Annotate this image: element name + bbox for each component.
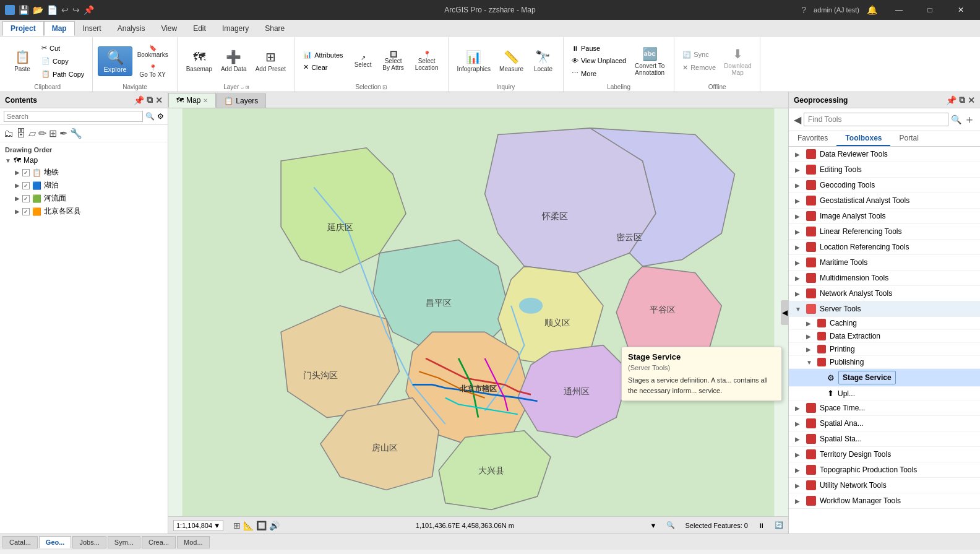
bottom-tab-geo[interactable]: Geo... <box>39 536 72 548</box>
checkbox-river[interactable]: ✓ <box>22 195 30 202</box>
toolbox-space-time[interactable]: ▶ Space Time... <box>789 400 980 416</box>
pause-button[interactable]: ⏸ Pause <box>569 43 629 54</box>
convert-to-annotation-button[interactable]: 🔤 Convert To Annotation <box>630 44 669 79</box>
close-panel-icon[interactable]: ✕ <box>155 95 163 105</box>
view-unplaced-button[interactable]: 👁 View Unplaced <box>569 55 629 66</box>
map-collapse-right[interactable]: ◀ <box>781 300 788 325</box>
basemap-button[interactable]: 🗺 Basemap <box>183 48 216 75</box>
ribbon-tab-edit[interactable]: Edit <box>185 21 214 36</box>
toolbox-utility-network[interactable]: ▶ Utility Network Tools <box>789 478 980 493</box>
maximize-button[interactable]: □ <box>916 0 944 20</box>
tree-item-river[interactable]: ▶ ✓ 🟩 河流面 <box>5 192 163 205</box>
checkbox-lake[interactable]: ✓ <box>22 182 30 189</box>
geo-tab-toolboxes[interactable]: Toolboxes <box>836 131 890 146</box>
layer-type-icon-1[interactable]: 🗂 <box>4 128 14 139</box>
select-by-location-button[interactable]: 📍 Select Location <box>411 48 443 74</box>
status-icon-1[interactable]: ⊞ <box>233 521 241 530</box>
status-icon-2[interactable]: 📐 <box>243 521 254 530</box>
toolbox-network-analyst[interactable]: ▶ Network Analyst Tools <box>789 286 980 301</box>
toolbox-territory-design[interactable]: ▶ Territory Design Tools <box>789 447 980 462</box>
undo-icon[interactable]: ↩ <box>61 5 69 15</box>
download-map-button[interactable]: ⬇ Download Map <box>720 44 755 79</box>
geo-tab-portal[interactable]: Portal <box>890 131 927 146</box>
toolbox-topographic-prod[interactable]: ▶ Topographic Production Tools <box>789 462 980 478</box>
bottom-tab-jobs[interactable]: Jobs... <box>72 536 106 548</box>
add-preset-button[interactable]: ⊞ Add Preset <box>252 47 290 75</box>
toolbox-linear-ref[interactable]: ▶ Linear Referencing Tools <box>789 224 980 240</box>
toolbox-spatial-ana[interactable]: ▶ Spatial Ana... <box>789 416 980 431</box>
tree-item-districts[interactable]: ▶ ✓ 🟧 北京各区县 <box>5 205 163 218</box>
help-button[interactable]: ? <box>801 5 806 15</box>
geo-tab-favorites[interactable]: Favorites <box>789 131 836 146</box>
cut-button[interactable]: ✂ Cut <box>38 42 87 54</box>
layer-type-icon-3[interactable]: ▱ <box>28 128 36 139</box>
close-button[interactable]: ✕ <box>947 0 975 20</box>
redo-icon[interactable]: ↪ <box>72 5 80 15</box>
toolbox-editing[interactable]: ▶ Editing Tools <box>789 162 980 178</box>
layer-type-icon-4[interactable]: ✏ <box>38 128 46 139</box>
find-tools-input[interactable] <box>804 113 948 126</box>
toolbox-image-analyst[interactable]: ▶ Image Analyst Tools <box>789 209 980 224</box>
status-icon-4[interactable]: 🔊 <box>269 521 280 530</box>
layer-type-icon-2[interactable]: 🗄 <box>16 128 26 139</box>
geopanel-unpin-icon[interactable]: 📌 <box>946 95 956 105</box>
path-copy-button[interactable]: 📋 Path Copy <box>38 68 87 80</box>
coordinates-dropdown[interactable]: ▼ <box>650 522 657 529</box>
ribbon-tab-view[interactable]: View <box>153 21 185 36</box>
toolbox-data-reviewer[interactable]: ▶ Data Reviewer Tools <box>789 147 980 162</box>
geopanel-float-icon[interactable]: ⧉ <box>959 95 965 105</box>
toolbox-spatial-sta[interactable]: ▶ Spatial Sta... <box>789 431 980 447</box>
save-icon[interactable]: 💾 <box>19 5 29 15</box>
copy-button[interactable]: 📄 Copy <box>38 55 87 67</box>
search-icon[interactable]: 🔍 <box>145 112 155 121</box>
remove-button[interactable]: ✕ Remove <box>679 62 719 74</box>
open-icon[interactable]: 📂 <box>33 5 43 15</box>
attributes-button[interactable]: 📊 Attributes <box>300 49 346 61</box>
toolbox-data-extraction[interactable]: ▶ Data Extraction <box>789 330 980 343</box>
select-by-attrs-button[interactable]: 🔲 Select By Attrs <box>377 48 410 74</box>
ribbon-tab-project[interactable]: Project <box>2 21 44 36</box>
toolbox-server-tools[interactable]: ▼ Server Tools <box>789 301 980 317</box>
ribbon-tab-imagery[interactable]: Imagery <box>214 21 257 36</box>
clear-button[interactable]: ✕ Clear <box>300 61 346 73</box>
tree-item-metro[interactable]: ▶ ✓ 📋 地铁 <box>5 166 163 179</box>
float-icon[interactable]: ⧉ <box>147 95 153 105</box>
scale-selector[interactable]: 1:1,104,804 ▼ <box>173 520 223 531</box>
new-icon[interactable]: 📄 <box>47 5 58 15</box>
ribbon-tab-map[interactable]: Map <box>44 21 75 36</box>
bottom-tab-create[interactable]: Crea... <box>142 536 176 548</box>
geopanel-close-icon[interactable]: ✕ <box>968 95 975 105</box>
checkbox-districts[interactable]: ✓ <box>22 208 30 215</box>
bottom-tab-catalog[interactable]: Catal... <box>2 536 38 548</box>
ribbon-tab-insert[interactable]: Insert <box>75 21 110 36</box>
filter-icon[interactable]: ⚙ <box>157 112 164 121</box>
tree-item-map[interactable]: ▼ 🗺 Map <box>5 155 163 166</box>
toolbox-geostatistical[interactable]: ▶ Geostatistical Analyst Tools <box>789 193 980 209</box>
sync-button[interactable]: 🔄 Sync <box>679 49 719 61</box>
unpin-icon[interactable]: 📌 <box>134 95 144 105</box>
notification-icon[interactable]: 🔔 <box>867 5 877 15</box>
explore-button[interactable]: 🔍 Explore <box>98 46 132 76</box>
paste-button[interactable]: 📋 Paste <box>7 47 37 75</box>
toolbox-upload-service-def[interactable]: ⬆ Upl... <box>789 387 980 400</box>
find-tools-search-icon[interactable]: 🔍 <box>951 115 961 124</box>
checkbox-metro[interactable]: ✓ <box>22 169 30 176</box>
toolbox-maritime[interactable]: ▶ Maritime Tools <box>789 255 980 271</box>
bookmarks-button[interactable]: 🔖 Bookmarks <box>134 42 172 61</box>
select-button[interactable]: ↗ Select <box>350 52 376 71</box>
layer-type-icon-6[interactable]: ✒ <box>59 128 67 139</box>
map-tab-map[interactable]: 🗺 Map ✕ <box>168 93 216 108</box>
add-toolbox-button[interactable]: ＋ <box>964 112 975 127</box>
search-input[interactable] <box>4 111 143 122</box>
map-tab-layers[interactable]: 📋 Layers <box>216 93 266 108</box>
pause-rendering-icon[interactable]: ⏸ <box>758 522 765 529</box>
measure-button[interactable]: 📏 Measure <box>496 47 527 75</box>
pin-icon[interactable]: 📌 <box>84 5 94 15</box>
toolbox-printing[interactable]: ▶ Printing <box>789 343 980 356</box>
bottom-tab-mod[interactable]: Mod... <box>177 536 210 548</box>
toolbox-location-ref[interactable]: ▶ Location Referencing Tools <box>789 240 980 255</box>
map-canvas[interactable]: 怀柔区 密云区 延庆区 昌平区 平谷区 顺义区 门头沟区 北京市辖区 通州区 房… <box>168 108 788 516</box>
map-tab-close[interactable]: ✕ <box>203 97 208 104</box>
goto-xy-button[interactable]: 📍 Go To XY <box>134 62 172 80</box>
refresh-icon[interactable]: 🔄 <box>775 521 783 529</box>
